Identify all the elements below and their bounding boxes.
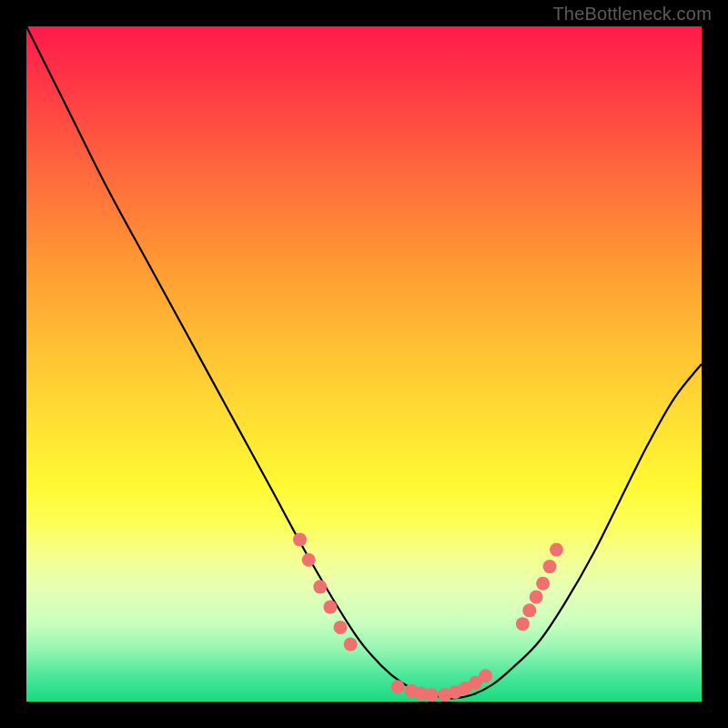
chart-marker [516,617,530,631]
chart-marker [536,577,550,591]
chart-marker [530,590,543,603]
chart-plot-area [26,26,702,702]
chart-marker [313,580,327,593]
chart-marker [323,601,337,614]
chart-marker [293,532,307,546]
chart-marker [522,603,536,617]
chart-marker [479,669,492,682]
chart-marker [425,688,439,702]
chart-curve [26,26,702,698]
chart-marker [302,553,316,567]
chart-marker [391,680,405,693]
watermark-text: TheBottleneck.com [552,4,712,25]
chart-marker [344,637,358,651]
chart-marker [550,543,563,557]
chart-markers [293,532,563,702]
chart-svg [26,26,702,702]
chart-marker [543,560,557,573]
chart-marker [334,621,348,634]
